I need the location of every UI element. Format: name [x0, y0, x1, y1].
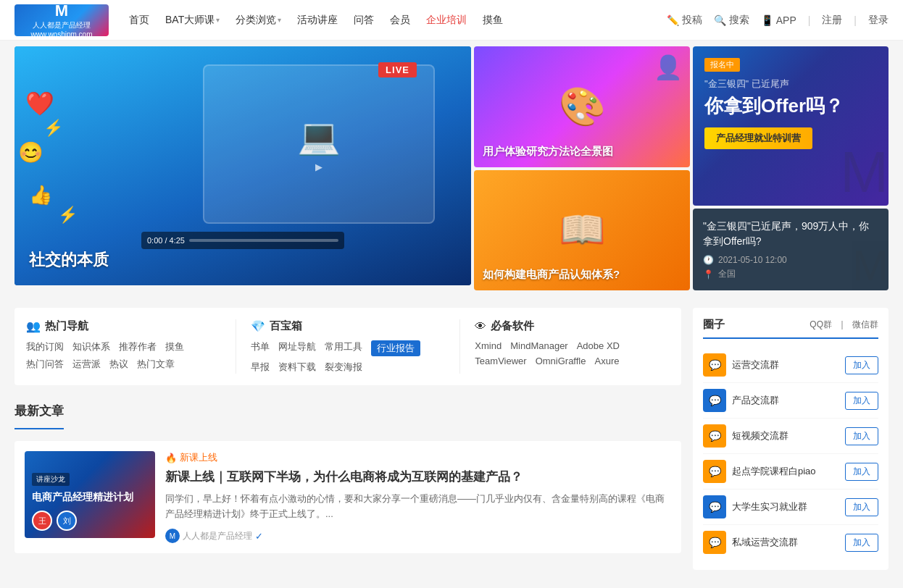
hero-main-title: 社交的本质	[29, 249, 109, 271]
nav-item-fish[interactable]: 摸鱼	[477, 14, 509, 27]
avatar2: 刘	[57, 511, 77, 531]
group-item-shortvideo: 💬 短视频交流群 加入	[703, 419, 878, 454]
baobao-link-poster[interactable]: 裂变海报	[325, 361, 362, 374]
group-avatar-qidian: 💬	[703, 460, 726, 483]
chevron-down-icon: ▾	[278, 16, 281, 24]
hero-right-cards: 🎨 👤 用户体验研究方法论全景图 📖 如何构建电商产品认知体系?	[474, 46, 690, 290]
nav-link-operations[interactable]: 运营派	[72, 358, 101, 371]
logo-m-letter: M	[55, 1, 68, 20]
header-right: ✏️ 投稿 🔍 搜索 📱 APP | 注册 | 登录	[667, 14, 889, 27]
search-button[interactable]: 🔍 搜索	[714, 14, 749, 27]
main-nav: 首页 BAT大师课 ▾ 分类浏览 ▾ 活动讲座 问答 会员 企业培训 摸鱼	[123, 14, 667, 27]
hero-main-banner[interactable]: ❤️ 😊 👍 ⚡ ⚡ 💻 ▶ LIVE 0:00 / 4:25 社交	[14, 46, 471, 285]
sw-link-xmind[interactable]: Xmind	[475, 340, 502, 351]
thumb-avatars: 王 刘	[32, 511, 77, 531]
sw-link-axure[interactable]: Axure	[594, 356, 619, 366]
group-avatar-private: 💬	[703, 531, 726, 554]
hero-card-ecom[interactable]: 📖 如何构建电商产品认知体系?	[474, 170, 690, 291]
post-button[interactable]: ✏️ 投稿	[667, 14, 702, 27]
nav-link-top-articles[interactable]: 热门文章	[137, 358, 175, 371]
content-area: 👥 热门导航 我的订阅 知识体系 推荐作者 摸鱼 热门问答 运营派 热议 热门文…	[14, 308, 681, 579]
promo-cta-button[interactable]: 产品经理就业特训营	[704, 127, 812, 149]
join-button-ops[interactable]: 加入	[845, 356, 878, 374]
nav-item-browse[interactable]: 分类浏览 ▾	[230, 14, 287, 27]
wechat-group-link[interactable]: 微信群	[852, 319, 878, 331]
sw-link-adobexd[interactable]: Adobe XD	[577, 340, 620, 351]
baobao-link-nav[interactable]: 网址导航	[278, 340, 316, 356]
latest-articles-title: 最新文章	[14, 397, 64, 429]
promo-subtitle: "金三银四" 已近尾声	[704, 77, 877, 91]
group-left-qidian: 💬 起点学院课程白piao	[703, 460, 816, 483]
article-title[interactable]: 新课上线｜互联网下半场，为什么电商将成为互联网的基建产品？	[165, 469, 671, 486]
sw-link-mindmanager[interactable]: MindManager	[510, 340, 568, 351]
group-item-product: 💬 产品交流群 加入	[703, 383, 878, 419]
nav-link-knowledge[interactable]: 知识体系	[72, 340, 110, 353]
login-link[interactable]: 登录	[868, 14, 889, 27]
join-button-university[interactable]: 加入	[845, 498, 878, 516]
sw-link-teamviewer[interactable]: TeamViewer	[475, 356, 526, 366]
sidebar-header: 圈子 QQ群 ｜ 微信群	[703, 318, 878, 339]
emoji-smile: 😊	[18, 140, 43, 164]
article-meta: M 人人都是产品经理 ✓	[165, 529, 671, 543]
baobao-header: 💎 百宝箱	[251, 319, 446, 333]
hero-section: ❤️ 😊 👍 ⚡ ⚡ 💻 ▶ LIVE 0:00 / 4:25 社交	[0, 41, 903, 296]
nav-item-bat[interactable]: BAT大师课 ▾	[159, 14, 225, 27]
lightning2: ⚡	[58, 206, 78, 224]
baobao-links: 书单 网址导航 常用工具 行业报告 早报 资料下载 裂变海报	[251, 340, 446, 374]
sidebar-nav-links: QQ群 ｜ 微信群	[810, 319, 878, 331]
edit-icon: ✏️	[667, 14, 679, 26]
nav-link-subscription[interactable]: 我的订阅	[26, 340, 64, 353]
nav-link-qa[interactable]: 热门问答	[26, 358, 64, 371]
sidebar-title: 圈子	[703, 318, 725, 332]
nav-item-member[interactable]: 会员	[384, 14, 416, 27]
nav-link-trending[interactable]: 热议	[109, 358, 128, 371]
clock-icon: 🕐	[703, 255, 714, 265]
nav-link-authors[interactable]: 推荐作者	[119, 340, 157, 353]
article-tag: 🔥 新课上线	[165, 451, 671, 464]
nav-item-enterprise[interactable]: 企业培训	[420, 14, 473, 27]
nav-item-events[interactable]: 活动讲座	[291, 14, 344, 27]
hero-card-ux[interactable]: 🎨 👤 用户体验研究方法论全景图	[474, 46, 690, 167]
video-progress-bar: 0:00 / 4:25	[141, 232, 344, 249]
hero-card-label-ux: 用户体验研究方法论全景图	[483, 145, 613, 159]
nav-item-home[interactable]: 首页	[123, 14, 155, 27]
join-button-private[interactable]: 加入	[845, 534, 878, 552]
promo-badge: 报名中	[704, 58, 740, 72]
app-button[interactable]: 📱 APP	[761, 14, 796, 26]
baobao-link-books[interactable]: 书单	[251, 340, 270, 356]
promo-event-card[interactable]: "金三银四"已近尾声，909万人中，你拿到Offer吗? 🕐 2021-05-1…	[693, 209, 889, 290]
software-box: 👁 必备软件 Xmind MindManager Adobe XD TeamVi…	[475, 319, 670, 374]
promo-offer-card[interactable]: 报名中 "金三银四" 已近尾声 你拿到Offer吗？ 产品经理就业特训营 M	[693, 46, 889, 206]
author-avatar: M	[165, 529, 180, 543]
sidebar: 圈子 QQ群 ｜ 微信群 💬 运营交流群 加入 💬 产品交流群	[693, 308, 889, 579]
qq-group-link[interactable]: QQ群	[810, 319, 832, 331]
baobao-link-resources[interactable]: 资料下载	[278, 361, 316, 374]
baobao-link-reports[interactable]: 行业报告	[371, 340, 420, 356]
hot-nav-header: 👥 热门导航	[26, 319, 221, 333]
play-hint: ▶	[315, 161, 322, 172]
group-left-shortvideo: 💬 短视频交流群	[703, 424, 788, 448]
join-button-product[interactable]: 加入	[845, 392, 878, 410]
hot-nav-box: 👥 热门导航 我的订阅 知识体系 推荐作者 摸鱼 热门问答 运营派 热议 热门文…	[26, 319, 221, 374]
sw-link-omnigraffle[interactable]: OmniGraffle	[536, 356, 586, 366]
divider-sidebar: ｜	[838, 319, 846, 331]
register-link[interactable]: 注册	[822, 14, 842, 27]
fire-icon: 🔥	[165, 453, 177, 463]
thumb-title-text: 电商产品经理精进计划	[32, 490, 133, 505]
join-button-shortvideo[interactable]: 加入	[845, 427, 878, 445]
nav-item-qa[interactable]: 问答	[348, 14, 380, 27]
join-button-qidian[interactable]: 加入	[845, 463, 878, 481]
nav-link-fish[interactable]: 摸鱼	[165, 340, 184, 353]
baobao-link-morning[interactable]: 早报	[251, 361, 270, 374]
verified-icon: ✓	[255, 531, 263, 542]
group-name-ops: 运营交流群	[732, 358, 779, 371]
baobao-link-tools[interactable]: 常用工具	[325, 340, 362, 356]
article-thumbnail[interactable]: 讲座沙龙 电商产品经理精进计划 王 刘	[25, 451, 155, 538]
group-avatar-shortvideo: 💬	[703, 424, 726, 448]
hero-card-label-ecom: 如何构建电商产品认知体系?	[483, 268, 620, 282]
site-logo[interactable]: M 人人都是产品经理 www.woshipm.com	[14, 4, 109, 36]
group-name-private: 私域运营交流群	[732, 536, 798, 549]
article-author: M 人人都是产品经理 ✓	[165, 529, 263, 543]
group-item-university: 💬 大学生实习就业群 加入	[703, 490, 878, 525]
group-avatar-university: 💬	[703, 495, 726, 518]
